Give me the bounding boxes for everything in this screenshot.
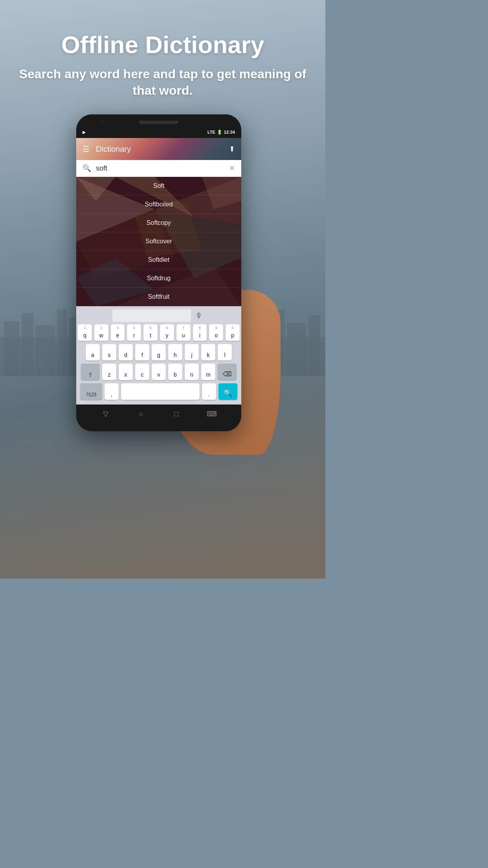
key-num-2: 2 [100,326,102,330]
keyboard-row-3: ⇧ z x c v b n m ⌫ [78,364,240,380]
home-button[interactable]: ○ [133,406,149,422]
speaker-grill [139,121,178,124]
main-title: Offline Dictionary [0,31,325,58]
key-i[interactable]: 8i [193,324,207,341]
key-r[interactable]: 4r [127,324,141,341]
key-s[interactable]: s [102,344,116,360]
search-icon: 🔍 [83,164,91,173]
result-item-softcover[interactable]: Softcover [76,232,241,251]
time-display: 12:34 [224,130,235,134]
key-num-3: 3 [117,326,119,330]
clear-icon[interactable]: ✕ [229,164,235,173]
key-num-7: 7 [182,326,184,330]
mic-icon[interactable]: 🎙 [193,309,205,322]
shift-key[interactable]: ⇧ [81,364,100,380]
keyboard-spacer [112,309,191,322]
key-o[interactable]: 9o [209,324,223,341]
camera-dot [100,120,104,124]
key-h[interactable]: h [168,344,182,360]
signal-icon: LTE [207,130,215,134]
space-key[interactable] [121,383,200,400]
result-item-soft[interactable]: Soft [76,177,241,195]
key-num-5: 5 [150,326,152,330]
search-input[interactable] [96,164,224,173]
phone-wrapper: ▶ LTE 🔋 12:34 ☰ Dictionary ⬆ 🔍 ✕ [76,114,249,431]
key-v[interactable]: v [152,364,166,380]
search-key[interactable]: 🔍 [218,383,237,400]
key-e[interactable]: 3e [111,324,125,341]
status-right: LTE 🔋 12:34 [207,130,235,135]
key-p[interactable]: 0p [226,324,240,341]
status-left: ▶ [83,130,86,135]
key-num-6: 6 [166,326,168,330]
phone-bottom-bezel [76,423,241,431]
key-num-8: 8 [199,326,201,330]
menu-icon[interactable]: ☰ [83,144,90,154]
key-d[interactable]: d [119,344,133,360]
key-num-4: 4 [133,326,135,330]
phone-frame: ▶ LTE 🔋 12:34 ☰ Dictionary ⬆ 🔍 ✕ [76,114,241,431]
phone-container: ▶ LTE 🔋 12:34 ☰ Dictionary ⬆ 🔍 ✕ [0,114,325,431]
key-k[interactable]: k [201,344,215,360]
backspace-key[interactable]: ⌫ [218,364,237,380]
status-bar: ▶ LTE 🔋 12:34 [76,126,241,138]
keyboard-row-1: 1q 2w 3e 4r 5t 6y 7u 8i 9o 0p [78,324,240,341]
keyboard-row-4: ?123 , . 🔍 [78,383,240,400]
key-num-9: 9 [215,326,217,330]
key-comma[interactable]: , [105,383,119,400]
key-b[interactable]: b [168,364,182,380]
key-w[interactable]: 2w [94,324,108,341]
recents-button[interactable]: □ [169,406,184,422]
result-item-softdiet[interactable]: Softdiet [76,251,241,269]
key-u[interactable]: 7u [176,324,191,341]
result-item-softfruit[interactable]: Softfruit [76,288,241,306]
app-bar: ☰ Dictionary ⬆ [76,138,241,160]
phone-top-bar [76,114,241,126]
key-n[interactable]: n [185,364,199,380]
key-c[interactable]: c [135,364,149,380]
share-icon[interactable]: ⬆ [229,145,235,153]
results-list: Soft Softboiled Softcopy Softcover Softd… [76,177,241,306]
key-x[interactable]: x [119,364,133,380]
key-z[interactable]: z [102,364,116,380]
battery-icon: 🔋 [217,130,222,135]
key-q[interactable]: 1q [78,324,92,341]
key-t[interactable]: 5t [143,324,158,341]
key-num-0: 0 [232,326,234,330]
keyboard-button[interactable]: ⌨ [204,406,220,422]
play-icon: ▶ [83,130,86,135]
keyboard-top-row: 🎙 [78,309,240,322]
key-g[interactable]: g [152,344,166,360]
result-item-softcopy[interactable]: Softcopy [76,214,241,232]
key-y[interactable]: 6y [160,324,174,341]
key-a[interactable]: a [86,344,100,360]
back-button[interactable]: ▽ [98,406,114,422]
keyboard: 🎙 1q 2w 3e 4r 5t 6y 7u 8i 9o 0p a [76,306,241,405]
app-title: Dictionary [96,145,229,154]
result-item-softboiled[interactable]: Softboiled [76,195,241,214]
bottom-nav: ▽ ○ □ ⌨ [76,405,241,423]
result-item-softdrug[interactable]: Softdrug [76,269,241,288]
search-bar[interactable]: 🔍 ✕ [76,160,241,177]
subtitle: Search any word here and tap to get mean… [0,66,325,99]
keyboard-row-2: a s d f g h j k l [78,344,240,360]
key-period[interactable]: . [202,383,216,400]
header-section: Offline Dictionary Search any word here … [0,0,325,99]
key-num-1: 1 [84,326,86,330]
key-f[interactable]: f [135,344,149,360]
key-j[interactable]: j [185,344,199,360]
key-m[interactable]: m [201,364,215,380]
numbers-toggle-key[interactable]: ?123 [80,383,102,400]
key-l[interactable]: l [218,344,232,360]
